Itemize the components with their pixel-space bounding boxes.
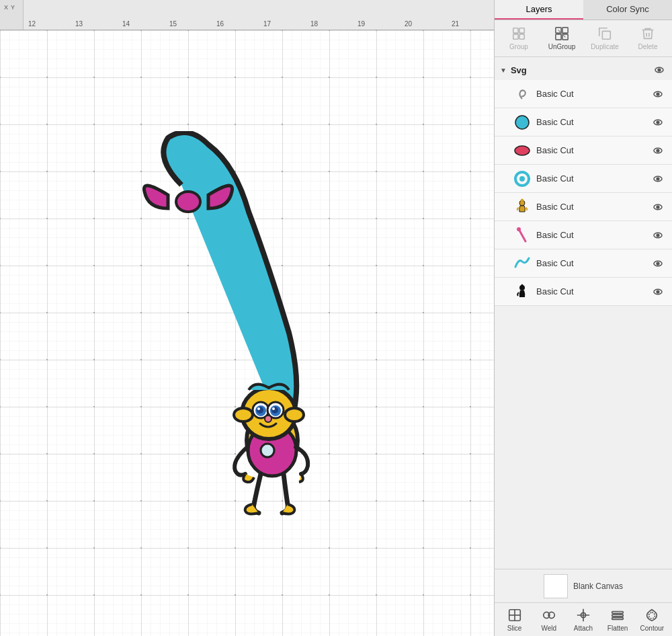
svg-rect-18 xyxy=(513,34,518,39)
svg-rect-59 xyxy=(612,617,624,619)
layer-eye-5[interactable] xyxy=(650,200,665,214)
layer-label-3: Basic Cut xyxy=(536,145,645,155)
ruler-mark: 18 xyxy=(310,20,318,28)
layer-thumb-8 xyxy=(513,283,531,301)
svg-point-15 xyxy=(285,408,304,422)
layer-thumb-3 xyxy=(513,142,531,159)
svg-point-29 xyxy=(515,116,529,129)
svg-rect-21 xyxy=(562,28,568,33)
layer-eye-8[interactable] xyxy=(650,284,665,299)
svg-point-32 xyxy=(515,146,530,155)
svg-point-34 xyxy=(657,149,659,152)
svg-visibility-toggle[interactable] xyxy=(652,63,667,77)
layer-label-2: Basic Cut xyxy=(536,117,645,127)
layer-item-3[interactable]: Basic Cut xyxy=(495,136,672,165)
layer-eye-6[interactable] xyxy=(650,228,665,243)
svg-line-42 xyxy=(519,229,526,241)
svg-point-10 xyxy=(271,407,278,413)
svg-point-38 xyxy=(657,177,659,180)
slice-button[interactable]: Slice xyxy=(499,608,530,632)
ruler-mark: 17 xyxy=(263,20,271,28)
svg-group-header[interactable]: ▼ Svg xyxy=(495,60,672,80)
ungroup-button[interactable]: UnGroup xyxy=(545,26,579,50)
layer-item-6[interactable]: Basic Cut xyxy=(495,221,672,249)
svg-rect-19 xyxy=(519,34,524,39)
svg-point-31 xyxy=(657,121,659,124)
layer-eye-3[interactable] xyxy=(650,143,665,158)
troll-character xyxy=(101,131,356,521)
svg-point-9 xyxy=(257,407,263,413)
layer-item-4[interactable]: Basic Cut xyxy=(495,165,672,193)
layer-thumb-1 xyxy=(513,85,531,103)
delete-button[interactable]: Delete xyxy=(631,26,665,50)
layer-thumb-7 xyxy=(513,255,531,272)
svg-rect-16 xyxy=(513,28,518,33)
ruler-mark: 14 xyxy=(122,20,130,28)
svg-point-45 xyxy=(657,234,659,237)
layers-list: ▼ Svg Basic Cut xyxy=(495,57,672,569)
tab-layers[interactable]: Layers xyxy=(495,0,583,19)
ruler-mark: 15 xyxy=(169,20,177,28)
ruler-mark: 13 xyxy=(75,20,83,28)
tab-color-sync[interactable]: Color Sync xyxy=(583,0,672,19)
layer-item-7[interactable]: Basic Cut xyxy=(495,249,672,278)
group-button[interactable]: Group xyxy=(502,26,536,50)
layer-thumb-4 xyxy=(513,170,531,188)
svg-expand-arrow[interactable]: ▼ xyxy=(500,67,507,74)
layer-label-1: Basic Cut xyxy=(536,89,645,99)
weld-button[interactable]: Weld xyxy=(534,608,564,632)
canvas-thumbnail xyxy=(544,574,568,598)
svg-rect-22 xyxy=(556,34,561,40)
layer-item-2[interactable]: Basic Cut xyxy=(495,108,672,136)
svg-point-48 xyxy=(519,285,525,290)
svg-rect-24 xyxy=(602,31,610,39)
ruler-mark: 12 xyxy=(28,20,36,28)
ruler-mark: 16 xyxy=(216,20,224,28)
tab-bar: Layers Color Sync xyxy=(495,0,672,20)
canvas-area: 12 13 14 15 16 17 18 19 20 21 X Y xyxy=(0,0,494,636)
layer-item-1[interactable]: Basic Cut xyxy=(495,80,672,108)
svg-point-47 xyxy=(657,262,659,265)
svg-rect-58 xyxy=(612,614,624,617)
contour-button[interactable]: Contour xyxy=(637,608,667,632)
layer-item-8[interactable]: Basic Cut xyxy=(495,278,672,306)
ruler-top: 12 13 14 15 16 17 18 19 20 21 X Y xyxy=(0,0,494,30)
layer-label-4: Basic Cut xyxy=(536,173,645,184)
svg-point-11 xyxy=(257,407,260,410)
svg-point-3 xyxy=(261,444,274,457)
svg-point-0 xyxy=(176,192,200,212)
toolbar: Group UnGroup Duplicate Delet xyxy=(495,20,672,57)
layer-thumb-6 xyxy=(513,227,531,244)
flatten-button[interactable]: Flatten xyxy=(603,608,633,632)
svg-point-13 xyxy=(265,415,271,422)
svg-point-41 xyxy=(657,206,659,208)
svg-point-28 xyxy=(657,93,659,95)
canvas-info-bar: Blank Canvas xyxy=(495,569,672,602)
svg-rect-17 xyxy=(519,28,524,33)
svg-point-12 xyxy=(272,407,275,410)
grid-canvas[interactable] xyxy=(0,30,494,636)
svg-point-39 xyxy=(519,200,525,206)
layer-thumb-5 xyxy=(513,198,531,216)
layer-eye-2[interactable] xyxy=(650,115,665,130)
layer-eye-1[interactable] xyxy=(650,87,665,102)
attach-button[interactable]: Attach xyxy=(568,608,598,632)
layer-label-5: Basic Cut xyxy=(536,202,645,212)
layer-eye-7[interactable] xyxy=(650,256,665,271)
layer-label-8: Basic Cut xyxy=(536,286,645,296)
layer-eye-4[interactable] xyxy=(650,171,665,186)
svg-point-14 xyxy=(234,408,253,422)
layer-label-6: Basic Cut xyxy=(536,230,645,240)
svg-group-label: Svg xyxy=(511,65,527,75)
duplicate-button[interactable]: Duplicate xyxy=(588,26,622,50)
ruler-mark: 20 xyxy=(405,20,412,28)
svg-point-50 xyxy=(657,290,659,293)
bottom-action-bar: Slice Weld Attach Flatten xyxy=(495,602,672,636)
svg-point-43 xyxy=(517,227,521,231)
ruler-mark: 21 xyxy=(452,20,459,28)
ruler-mark: 19 xyxy=(358,20,365,28)
svg-point-36 xyxy=(519,176,525,182)
layer-item-5[interactable]: Basic Cut xyxy=(495,193,672,221)
layer-thumb-2 xyxy=(513,114,531,131)
svg-rect-57 xyxy=(612,611,624,613)
